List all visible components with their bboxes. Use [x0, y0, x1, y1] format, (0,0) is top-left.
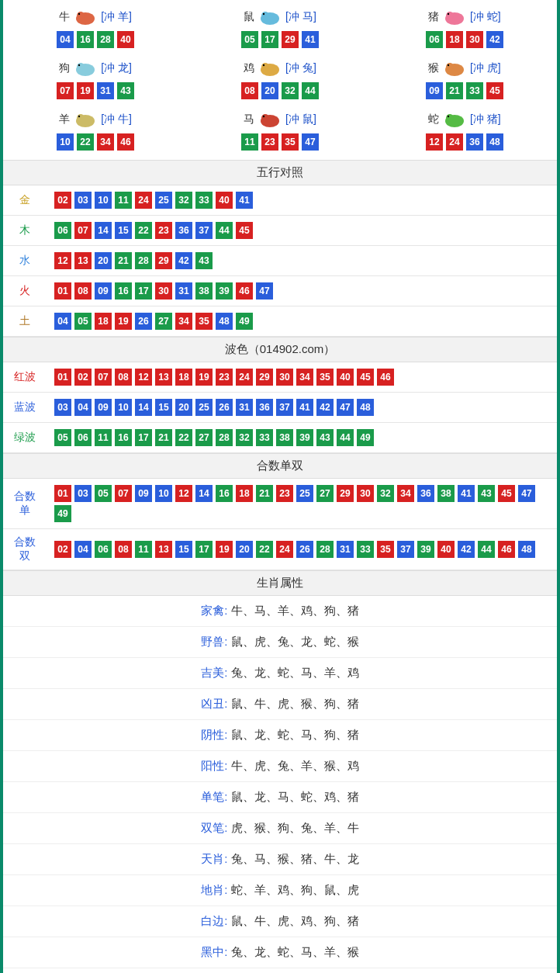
number-ball: 36 [417, 485, 434, 502]
number-ball: 09 [135, 485, 152, 502]
number-ball: 34 [97, 133, 114, 151]
number-ball: 37 [195, 222, 213, 239]
zodiac-balls: 07193143 [3, 82, 188, 99]
number-ball: 34 [296, 369, 313, 386]
number-ball: 42 [458, 541, 475, 558]
number-ball: 48 [518, 541, 535, 558]
page-wrap: 牛 [冲 羊] 04162840 鼠 [冲 马] 05172941 猪 [冲 蛇… [0, 0, 560, 973]
number-ball: 45 [236, 222, 253, 239]
number-ball: 40 [437, 541, 455, 558]
attr-key: 家禽: [201, 604, 227, 617]
number-ball: 44 [302, 82, 319, 99]
attr-row: 家禽: 牛、马、羊、鸡、狗、猪 [3, 596, 557, 627]
number-ball: 33 [466, 82, 483, 99]
number-ball: 25 [155, 192, 172, 209]
section-header-wuxing: 五行对照 [3, 160, 557, 185]
number-ball: 35 [377, 541, 394, 558]
zodiac-icon [441, 110, 468, 129]
number-ball: 36 [175, 222, 192, 239]
number-ball: 49 [236, 313, 253, 330]
number-ball: 38 [195, 282, 213, 300]
number-ball: 28 [97, 31, 114, 48]
number-ball: 06 [54, 222, 71, 239]
number-ball: 27 [155, 313, 172, 330]
number-ball: 47 [256, 282, 273, 300]
number-ball: 05 [74, 313, 92, 330]
number-ball: 17 [135, 282, 152, 300]
number-ball: 22 [256, 541, 273, 558]
row-label: 火 [3, 276, 47, 306]
row-balls-cell: 02031011242532334041 [47, 185, 557, 216]
zodiac-icon [256, 110, 284, 129]
number-ball: 33 [357, 541, 374, 558]
zodiac-icon [256, 8, 284, 26]
number-ball: 11 [115, 192, 132, 209]
zodiac-cell: 马 [冲 鼠] 11233547 [188, 106, 372, 157]
row-balls-cell: 0108091617303138394647 [47, 276, 557, 306]
svg-point-7 [446, 12, 454, 19]
number-ball: 18 [175, 369, 192, 386]
svg-point-19 [77, 114, 85, 122]
row-balls-cell: 0102070812131819232429303435404546 [47, 362, 557, 393]
number-ball: 11 [241, 133, 258, 151]
number-ball: 32 [236, 429, 253, 446]
number-ball: 24 [135, 192, 152, 209]
zodiac-chong: [冲 鼠] [285, 113, 316, 126]
zodiac-cell: 猪 [冲 蛇] 06183042 [372, 3, 557, 54]
svg-point-16 [446, 63, 454, 71]
number-ball: 48 [486, 133, 503, 151]
number-ball: 26 [135, 313, 152, 330]
number-ball: 29 [337, 485, 354, 502]
section-header-bose: 波色（014902.com） [3, 337, 557, 362]
number-ball: 18 [446, 31, 463, 48]
svg-point-8 [448, 13, 449, 15]
number-ball: 16 [216, 485, 233, 502]
number-ball: 22 [135, 222, 152, 239]
number-ball: 44 [337, 429, 354, 446]
number-ball: 11 [95, 429, 112, 446]
number-ball: 33 [256, 429, 273, 446]
attr-key: 地肖: [201, 883, 227, 896]
number-ball: 23 [155, 222, 172, 239]
zodiac-chong: [冲 猪] [470, 113, 501, 126]
row-label: 红波 [3, 362, 47, 393]
zodiac-chong: [冲 兔] [285, 61, 316, 75]
attr-row: 黑中: 兔、龙、蛇、马、羊、猴 [3, 937, 557, 968]
zodiac-name: 鸡 [244, 61, 254, 75]
attr-key: 单笔: [201, 790, 227, 803]
row-label: 土 [3, 306, 47, 337]
attr-key: 吉美: [201, 666, 227, 679]
number-ball: 04 [74, 541, 92, 558]
zodiac-icon [71, 59, 99, 78]
attr-value: 牛、马、羊、鸡、狗、猪 [231, 604, 359, 617]
number-ball: 05 [95, 485, 112, 502]
number-ball: 20 [261, 82, 278, 99]
svg-point-20 [78, 116, 80, 117]
number-ball: 01 [54, 485, 71, 502]
zodiac-name: 鼠 [244, 10, 254, 24]
table-row: 水 1213202128294243 [3, 246, 557, 276]
attr-value: 虎、猴、狗、兔、羊、牛 [231, 821, 359, 834]
number-ball: 41 [296, 399, 313, 416]
zodiac-name: 蛇 [428, 113, 439, 126]
attr-row: 双笔: 虎、猴、狗、兔、羊、牛 [3, 813, 557, 844]
number-ball: 35 [316, 369, 334, 386]
number-ball: 30 [466, 31, 483, 48]
zodiac-name: 猴 [428, 61, 439, 75]
zodiac-balls: 05172941 [188, 31, 372, 48]
number-ball: 44 [216, 222, 233, 239]
svg-point-4 [261, 12, 269, 19]
zodiac-cell: 牛 [冲 羊] 04162840 [3, 3, 188, 54]
table-row: 红波 0102070812131819232429303435404546 [3, 362, 557, 393]
zodiac-cell: 羊 [冲 牛] 10223446 [3, 106, 188, 157]
row-balls-cell: 05061116172122272832333839434449 [47, 423, 557, 453]
svg-point-1 [77, 12, 85, 19]
number-ball: 25 [195, 399, 213, 416]
number-ball: 42 [175, 252, 192, 269]
number-ball: 46 [236, 282, 253, 300]
number-ball: 31 [337, 541, 354, 558]
zodiac-cell: 猴 [冲 虎] 09213345 [372, 54, 557, 106]
number-ball: 07 [115, 485, 132, 502]
svg-point-10 [77, 63, 85, 71]
number-ball: 30 [155, 282, 172, 300]
